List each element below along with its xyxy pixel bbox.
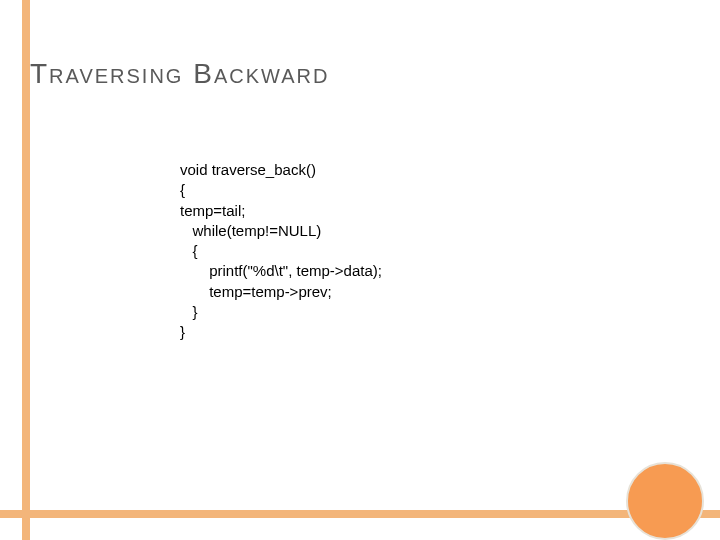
slide-title: Traversing Backward — [30, 58, 329, 90]
decorative-circle — [626, 462, 704, 540]
code-line: printf("%d\t", temp->data); — [180, 262, 382, 279]
code-block: void traverse_back() { temp=tail; while(… — [180, 160, 382, 342]
code-line: temp=temp->prev; — [180, 283, 332, 300]
code-line: temp=tail; — [180, 202, 245, 219]
code-line: void traverse_back() — [180, 161, 316, 178]
code-line: { — [180, 181, 185, 198]
code-line: } — [180, 323, 185, 340]
bottom-accent-bar — [0, 510, 720, 518]
code-line: } — [180, 303, 198, 320]
code-line: while(temp!=NULL) — [180, 222, 321, 239]
code-line: { — [180, 242, 198, 259]
left-accent-bar — [22, 0, 30, 540]
